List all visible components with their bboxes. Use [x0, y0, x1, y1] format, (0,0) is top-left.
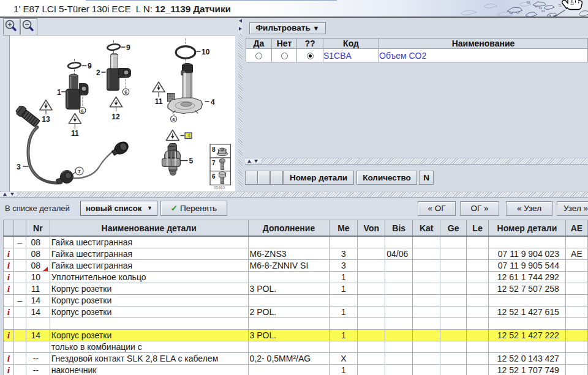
svg-text:6: 6 [172, 117, 175, 122]
svg-text:71: 71 [538, 6, 542, 10]
svg-text:3: 3 [17, 163, 21, 171]
svg-text:13: 13 [42, 115, 50, 124]
svg-text:12: 12 [570, 2, 574, 6]
svg-text:95463: 95463 [214, 185, 225, 190]
svg-text:7: 7 [212, 160, 216, 166]
svg-text:11: 11 [71, 129, 79, 138]
svg-text:10: 10 [202, 48, 210, 56]
svg-text:1: 1 [57, 88, 61, 97]
svg-text:8: 8 [212, 146, 216, 153]
svg-text:4: 4 [211, 98, 215, 106]
svg-text:12: 12 [111, 113, 120, 121]
svg-text:6: 6 [81, 108, 84, 114]
svg-text:9: 9 [88, 62, 92, 70]
svg-text:6: 6 [212, 173, 216, 180]
svg-text:63: 63 [527, 1, 530, 4]
svg-text:11: 11 [155, 97, 163, 106]
svg-text:5: 5 [189, 157, 194, 165]
svg-text:7: 7 [78, 169, 81, 174]
svg-text:9: 9 [126, 43, 130, 52]
svg-text:71: 71 [558, 4, 562, 7]
svg-text:6: 6 [124, 89, 127, 95]
svg-text:2: 2 [96, 69, 100, 77]
